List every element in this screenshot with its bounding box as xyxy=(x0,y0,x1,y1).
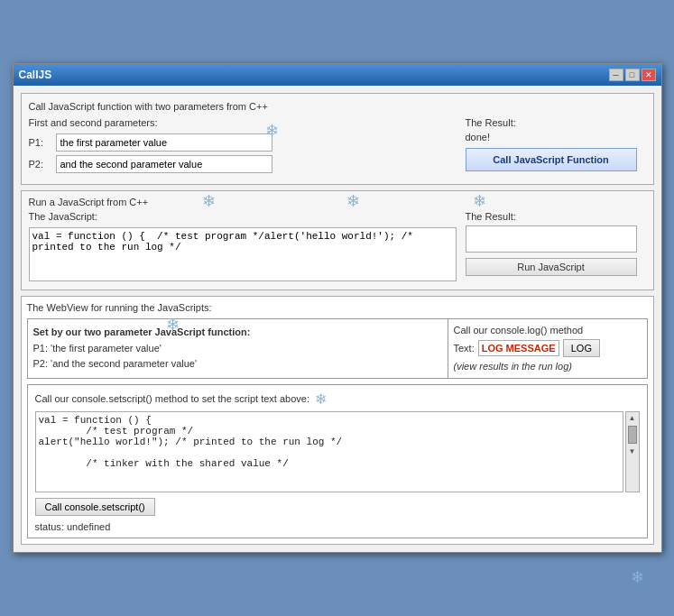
script-textarea[interactable]: val = function () { /* test program */ a… xyxy=(35,411,623,492)
p2-input[interactable] xyxy=(56,155,272,173)
webview-right: Call our console.log() method Text: LOG … xyxy=(448,319,647,378)
status-text: status: undefined xyxy=(35,521,640,532)
p2-label: P2: xyxy=(29,159,51,170)
snowflake-7: ❄ xyxy=(315,391,327,408)
result-label: The Result: xyxy=(466,117,516,128)
p1-input[interactable] xyxy=(56,133,272,152)
scroll-up-arrow[interactable]: ▲ xyxy=(627,412,638,424)
params-label: First and second parameters: xyxy=(29,117,457,128)
title-bar: CallJS ─ □ ✕ xyxy=(14,64,661,86)
log-row: Text: LOG xyxy=(454,339,642,357)
main-window: CallJS ─ □ ✕ Call JavaScript function wi… xyxy=(13,63,662,553)
scroll-thumb[interactable] xyxy=(628,426,637,444)
webview-label: The WebView for running the JavaScripts: xyxy=(27,302,648,313)
run-result-input[interactable] xyxy=(466,225,637,253)
webview-line3: P2: 'and the second parameter value' xyxy=(33,356,442,372)
top-section-layout: First and second parameters: P1: P2: The… xyxy=(29,117,646,177)
maximize-button[interactable]: □ xyxy=(625,69,640,81)
call-js-function-button[interactable]: Call JavaScript Function xyxy=(466,148,637,171)
run-result-label: The Result: xyxy=(466,211,646,222)
script-label: Call our console.setscript() method to s… xyxy=(35,391,640,408)
minimize-button[interactable]: ─ xyxy=(609,69,623,81)
window-controls: ─ □ ✕ xyxy=(609,69,656,81)
js-right: The Result: Run JavaScript xyxy=(466,211,646,284)
call-js-section: Call JavaScript function with two parame… xyxy=(21,93,654,185)
close-button[interactable]: ✕ xyxy=(642,69,656,81)
script-label-text: Call our console.setscript() method to s… xyxy=(35,393,309,404)
p1-row: P1: xyxy=(29,133,457,152)
log-text-input[interactable] xyxy=(478,340,559,356)
run-js-button[interactable]: Run JavaScript xyxy=(466,258,637,276)
webview-line1: Set by our two parameter JavaScript func… xyxy=(33,325,442,341)
webview-left: Set by our two parameter JavaScript func… xyxy=(28,319,448,378)
text-label: Text: xyxy=(454,343,475,354)
p1-label: P1: xyxy=(29,137,51,148)
console-log-label: Call our console.log() method xyxy=(454,325,642,336)
script-content: val = function () { /* test program */ a… xyxy=(35,411,640,492)
run-js-title: Run a JavaScript from C++ xyxy=(29,197,646,207)
script-scrollbar[interactable]: ▲ ▼ xyxy=(625,411,640,492)
result-value: done! xyxy=(466,132,491,143)
js-left: The JavaScript: val = function () { /* t… xyxy=(29,211,457,284)
log-button[interactable]: LOG xyxy=(563,339,600,357)
call-js-section-title: Call JavaScript function with two parame… xyxy=(29,101,646,112)
scroll-down-arrow[interactable]: ▼ xyxy=(627,446,638,457)
setscript-button[interactable]: Call console.setscript() xyxy=(35,498,155,516)
webview-outer: The WebView for running the JavaScripts:… xyxy=(21,296,654,545)
js-section-layout: The JavaScript: val = function () { /* t… xyxy=(29,211,646,284)
params-area: First and second parameters: P1: P2: xyxy=(29,117,457,177)
script-section: Call our console.setscript() method to s… xyxy=(27,384,648,538)
js-textarea[interactable]: val = function () { /* test program */al… xyxy=(29,227,457,281)
webview-inner: Set by our two parameter JavaScript func… xyxy=(27,318,648,379)
run-js-section: Run a JavaScript from C++ ❄ ❄ ❄ The Java… xyxy=(21,190,654,290)
view-results: (view results in the run log) xyxy=(454,361,642,372)
p2-row: P2: xyxy=(29,155,457,173)
snowflake-6: ❄ xyxy=(631,567,644,587)
webview-line2: P1: 'the first parameter value' xyxy=(33,341,442,357)
main-content: Call JavaScript function with two parame… xyxy=(14,86,661,552)
js-label: The JavaScript: xyxy=(29,211,457,222)
window-title: CallJS xyxy=(19,69,52,81)
result-area: The Result: done! Call JavaScript Functi… xyxy=(466,117,646,177)
